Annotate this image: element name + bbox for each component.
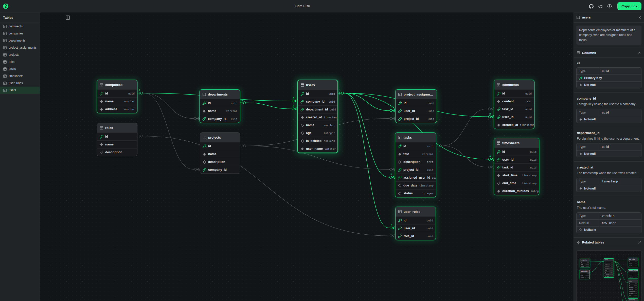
erd-column-projects-company_id[interactable]: company_id — [200, 166, 240, 174]
erd-column-tasks-project_id[interactable]: project_iduuid — [395, 166, 436, 174]
erd-column-roles-id[interactable]: id — [97, 133, 137, 140]
link-icon — [398, 227, 402, 230]
erd-table-header[interactable]: departments — [200, 90, 240, 99]
erd-column-companies-address[interactable]: addressvarchar — [97, 105, 137, 113]
diamond-icon — [202, 109, 206, 113]
erd-column-comments-content[interactable]: contenttext — [494, 97, 534, 105]
close-icon[interactable] — [638, 16, 641, 19]
erd-column-departments-company_id[interactable]: company_iduuid — [200, 115, 240, 123]
erd-column-users-company_id[interactable]: company_iduuid — [298, 98, 337, 105]
erd-column-users-user_name[interactable]: user_namevarchar — [298, 145, 337, 153]
erd-column-companies-id[interactable]: iduuid — [97, 89, 137, 97]
erd-column-users-department_id[interactable]: department_iduuid — [298, 105, 337, 113]
erd-column-timesheets-start_time[interactable]: start_timetimestamp — [494, 171, 539, 179]
megaphone-icon[interactable] — [598, 4, 603, 9]
table-icon — [100, 126, 103, 130]
erd-column-project_assignments-user_id[interactable]: user_iduuid — [396, 107, 437, 115]
erd-table-header[interactable]: users — [298, 80, 337, 90]
copy-link-button[interactable]: Copy Link — [617, 2, 641, 10]
erd-table-user_roles[interactable]: user_rolesiduuiduser_iduuidrole_iduuid — [395, 207, 436, 240]
erd-table-header[interactable]: user_roles — [396, 207, 436, 216]
chevron-up-icon[interactable] — [637, 51, 641, 55]
sidebar-item-timesheets[interactable]: timesheets — [0, 72, 40, 80]
svg-text:n: n — [293, 104, 294, 107]
erd-table-timesheets[interactable]: timesheetsiduuiduser_iduuidtask_iduuidst… — [494, 138, 539, 195]
help-icon[interactable] — [607, 4, 612, 9]
erd-column-tasks-status[interactable]: statusinteger — [395, 189, 436, 197]
erd-column-user_roles-user_id[interactable]: user_iduuid — [396, 224, 436, 232]
column-name: name — [577, 200, 641, 204]
erd-column-tasks-assigned_user_id[interactable]: assigned_user_iduuid — [395, 174, 436, 181]
erd-column-project_assignments-project_id[interactable]: project_iduuid — [396, 115, 437, 123]
erd-table-header[interactable]: timesheets — [494, 138, 539, 148]
erd-column-timesheets-task_id[interactable]: task_iduuid — [494, 163, 539, 171]
erd-table-projects[interactable]: projectsidnamedescriptioncompany_id — [200, 133, 240, 174]
erd-column-projects-name[interactable]: name — [200, 150, 240, 158]
erd-column-departments-name[interactable]: namevarchar — [200, 107, 240, 115]
sidebar-item-tasks[interactable]: tasks — [0, 65, 40, 72]
erd-column-tasks-due_date[interactable]: due_datetimestamp — [395, 181, 436, 189]
sidebar-item-roles[interactable]: roles — [0, 58, 40, 65]
svg-text:n: n — [391, 223, 392, 226]
sidebar-item-projects[interactable]: projects — [0, 51, 40, 58]
erd-column-tasks-title[interactable]: titlevarchar — [395, 150, 436, 158]
erd-table-header[interactable]: roles — [97, 123, 137, 133]
erd-column-comments-id[interactable]: iduuid — [494, 89, 534, 97]
erd-column-users-created_at[interactable]: created_attimestamp — [298, 113, 337, 121]
panel-column-company_id: company_idForeign key linking the user t… — [574, 93, 644, 127]
erd-table-tasks[interactable]: tasksiduuidtitlevarchardescriptiontextpr… — [395, 133, 436, 197]
erd-column-projects-description[interactable]: description — [200, 158, 240, 166]
liam-logo-icon[interactable] — [3, 4, 8, 9]
sidebar-item-users[interactable]: users — [0, 87, 40, 94]
sidebar-item-departments[interactable]: departments — [0, 37, 40, 44]
erd-table-header[interactable]: projects — [200, 133, 240, 142]
erd-column-tasks-description[interactable]: descriptiontext — [395, 158, 436, 166]
erd-table-roles[interactable]: rolesidnamedescription — [97, 123, 137, 156]
erd-table-users[interactable]: usersiduuidcompany_iduuiddepartment_iduu… — [297, 80, 338, 153]
erd-column-roles-description[interactable]: description — [97, 148, 137, 156]
diamond-icon — [300, 131, 304, 135]
edge-tasks.id-to-timesheets.task_id — [436, 144, 494, 168]
erd-table-project_assignments[interactable]: project_assignmentsiduuiduser_iduuidproj… — [395, 89, 437, 123]
key-icon — [398, 219, 402, 222]
erd-table-header[interactable]: companies — [97, 80, 137, 89]
panel-left-toggle-icon[interactable] — [65, 15, 70, 20]
rows-icon — [577, 51, 580, 54]
sidebar-item-project_assignments[interactable]: project_assignments — [0, 44, 40, 51]
erd-canvas[interactable]: 1n1n1nnnnncompaniesiduuidnamevarcharaddr… — [40, 12, 574, 301]
erd-column-timesheets-id[interactable]: iduuid — [494, 148, 539, 156]
erd-table-header[interactable]: tasks — [395, 133, 436, 142]
column-info-table: TypeuuidNot-null — [576, 143, 641, 157]
erd-column-roles-name[interactable]: name — [97, 140, 137, 148]
related-tables-minimap[interactable]: companiesiduuidnamevarcharaddressvarchar… — [576, 250, 641, 301]
erd-table-header[interactable]: comments — [494, 80, 534, 89]
erd-column-comments-task_id[interactable]: task_iduuid — [494, 105, 534, 113]
sidebar-item-comments[interactable]: comments — [0, 23, 40, 30]
erd-table-header[interactable]: project_assignments — [396, 90, 437, 99]
erd-column-users-age[interactable]: ageinteger — [298, 129, 337, 137]
erd-column-projects-id[interactable]: id — [200, 142, 240, 150]
erd-column-comments-created_at[interactable]: created_attimestamp — [494, 121, 534, 129]
erd-column-user_roles-role_id[interactable]: role_iduuid — [396, 232, 436, 240]
github-icon[interactable] — [589, 4, 594, 9]
erd-column-comments-user_id[interactable]: user_iduuid — [494, 113, 534, 121]
sidebar-item-user_roles[interactable]: user_roles — [0, 80, 40, 87]
link-icon — [398, 168, 402, 172]
erd-column-departments-id[interactable]: iduuid — [200, 99, 240, 107]
expand-icon[interactable] — [637, 240, 641, 244]
erd-column-timesheets-duration_minutes[interactable]: duration_minutesinteger — [494, 187, 539, 195]
erd-column-timesheets-user_id[interactable]: user_iduuid — [494, 156, 539, 163]
erd-column-tasks-id[interactable]: iduuid — [395, 142, 436, 150]
erd-column-timesheets-end_time[interactable]: end_timetimestamp — [494, 179, 539, 187]
sidebar-item-companies[interactable]: companies — [0, 30, 40, 37]
link-icon — [398, 234, 402, 238]
erd-column-users-id[interactable]: iduuid — [298, 90, 337, 98]
erd-table-comments[interactable]: commentsiduuidcontenttexttask_iduuiduser… — [494, 80, 534, 129]
erd-table-departments[interactable]: departmentsiduuidnamevarcharcompany_iduu… — [200, 89, 240, 123]
erd-column-users-name[interactable]: namevarchar — [298, 121, 337, 129]
erd-column-user_roles-id[interactable]: iduuid — [396, 216, 436, 224]
erd-column-users-is_deleted[interactable]: is_deletedboolean — [298, 137, 337, 145]
erd-column-companies-name[interactable]: namevarchar — [97, 97, 137, 105]
erd-column-project_assignments-id[interactable]: iduuid — [396, 99, 437, 107]
erd-table-companies[interactable]: companiesiduuidnamevarcharaddressvarchar — [97, 80, 137, 113]
